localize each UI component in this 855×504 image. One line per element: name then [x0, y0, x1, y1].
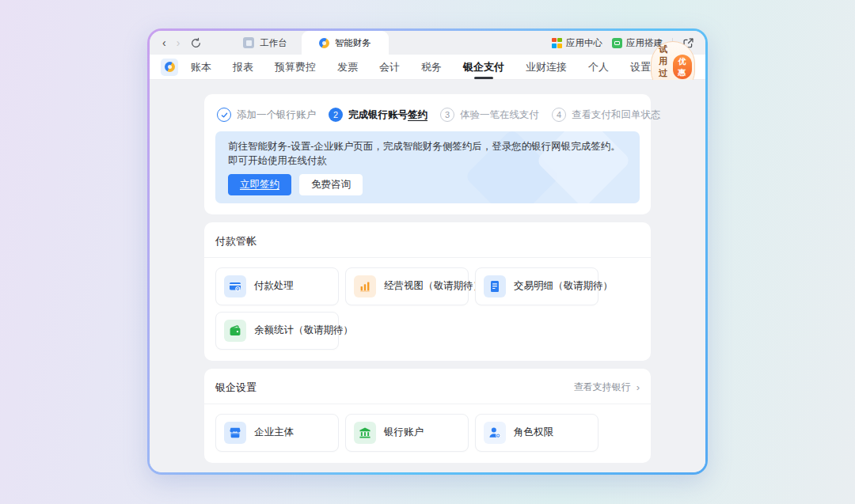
- payment-cards: 付款处理经营视图（敬请期待）交易明细（敬请期待）余额统计（敬请期待）: [204, 258, 651, 361]
- supported-banks-label: 查看支持银行: [574, 381, 631, 394]
- step-2: 2完成银行账号签约: [329, 108, 428, 122]
- step-4: 4查看支付和回单状态: [552, 108, 661, 122]
- bank-settings-section: 银企设置 查看支持银行 › 企业主体银行账户角色权限: [204, 369, 651, 463]
- smart-finance-icon: [319, 38, 329, 48]
- nav-item[interactable]: 发票: [337, 55, 358, 79]
- step-label: 查看支付和回单状态: [572, 108, 661, 122]
- card-label: 余额统计（敬请期待）: [254, 324, 353, 337]
- step-number: 4: [552, 108, 566, 122]
- step-label: 体验一笔在线支付: [460, 108, 539, 122]
- free-consult-button[interactable]: 免费咨询: [299, 174, 363, 195]
- card-document[interactable]: 交易明细（敬请期待）: [475, 267, 598, 305]
- tab-label: 工作台: [260, 37, 287, 49]
- document-icon: [484, 275, 506, 297]
- payment-section-header: 付款管帐: [204, 222, 651, 257]
- nav-item[interactable]: 预算费控: [275, 55, 316, 79]
- nav-item[interactable]: 账本: [191, 55, 211, 79]
- step-3: 3体验一笔在线支付: [440, 108, 539, 122]
- card-label: 交易明细（敬请期待）: [514, 279, 613, 293]
- payment-section: 付款管帐 付款处理经营视图（敬请期待）交易明细（敬请期待）余额统计（敬请期待）: [204, 222, 651, 361]
- discount-tag: 优惠: [673, 55, 692, 79]
- signing-notice: 前往智能财务-设置-企业账户页面，完成智能财务侧签约后，登录您的银行网银完成签约…: [215, 131, 640, 203]
- sign-now-label: 立即签约: [240, 179, 279, 190]
- app-center-label: 应用中心: [566, 37, 602, 49]
- card-bar-chart[interactable]: 经营视图（敬请期待）: [345, 267, 469, 305]
- card-user-plus[interactable]: 角色权限: [475, 414, 598, 452]
- section-title: 银企设置: [215, 381, 256, 395]
- app-navbar: 账本报表预算费控发票会计税务银企支付业财连接个人设置 试用过期 优惠: [150, 55, 705, 80]
- refresh-icon[interactable]: [190, 37, 202, 49]
- card-label: 经营视图（敬请期待）: [384, 279, 483, 293]
- card-label: 角色权限: [514, 426, 553, 439]
- tabs: 工作台 智能财务: [229, 31, 389, 55]
- step-number: 2: [329, 108, 343, 122]
- browser-tab-bar: ‹ › 工作台 智能财务: [150, 31, 705, 55]
- user-plus-icon: [484, 422, 506, 444]
- nav-menu: 账本报表预算费控发票会计税务银企支付业财连接个人设置: [191, 55, 651, 79]
- active-nav-underline: [474, 77, 493, 79]
- bank-settings-cards: 企业主体银行账户角色权限: [204, 404, 651, 463]
- workbench-icon: [243, 37, 254, 48]
- tab-label: 智能财务: [335, 37, 371, 49]
- window-inner: ‹ › 工作台 智能财务: [150, 31, 705, 472]
- wallet-icon: [224, 320, 246, 342]
- step-label: 完成银行账号签约: [348, 108, 428, 122]
- card-store[interactable]: 企业主体: [215, 414, 339, 452]
- notice-buttons: 立即签约 免费咨询: [228, 174, 627, 195]
- store-icon: [224, 422, 246, 444]
- step-check-icon: [217, 108, 231, 122]
- sign-now-button[interactable]: 立即签约: [228, 174, 291, 195]
- nav-item[interactable]: 银企支付: [463, 55, 504, 79]
- card-label: 付款处理: [254, 279, 294, 293]
- nav-item[interactable]: 业财连接: [526, 55, 567, 79]
- step-label: 添加一个银行账户: [237, 108, 316, 122]
- payment-card-icon: [224, 275, 246, 297]
- bank-icon: [354, 422, 376, 444]
- bank-settings-header: 银企设置 查看支持银行 ›: [204, 369, 651, 404]
- card-bank[interactable]: 银行账户: [345, 414, 469, 452]
- chevron-right-icon: ›: [636, 381, 640, 393]
- stepper: 添加一个银行账户2完成银行账号签约3体验一笔在线支付4查看支付和回单状态: [215, 106, 640, 122]
- nav-item[interactable]: 个人: [588, 55, 609, 79]
- supported-banks-link[interactable]: 查看支持银行 ›: [574, 381, 640, 394]
- notice-text: 前往智能财务-设置-企业账户页面，完成智能财务侧签约后，登录您的银行网银完成签约…: [228, 139, 627, 168]
- nav-item[interactable]: 会计: [379, 55, 400, 79]
- main-content: 添加一个银行账户2完成银行账号签约3体验一笔在线支付4查看支付和回单状态 前往智…: [150, 80, 705, 472]
- app-center-icon: [552, 38, 562, 48]
- app-logo-icon[interactable]: [161, 59, 178, 76]
- card-wallet[interactable]: 余额统计（敬请期待）: [215, 312, 339, 350]
- card-payment-card[interactable]: 付款处理: [215, 267, 339, 305]
- section-title: 付款管帐: [215, 234, 256, 248]
- browser-controls: ‹ ›: [150, 31, 211, 55]
- forward-icon[interactable]: ›: [177, 37, 180, 48]
- app-window: ‹ › 工作台 智能财务: [147, 28, 708, 475]
- nav-item[interactable]: 报表: [233, 55, 253, 79]
- step-number: 3: [440, 108, 454, 122]
- app-center-button[interactable]: 应用中心: [552, 37, 602, 49]
- app-build-icon: [612, 38, 622, 48]
- back-icon[interactable]: ‹: [162, 37, 166, 48]
- nav-item[interactable]: 税务: [421, 55, 442, 79]
- card-label: 企业主体: [254, 426, 294, 439]
- step-1: 添加一个银行账户: [217, 108, 316, 122]
- tab-workbench[interactable]: 工作台: [229, 31, 302, 55]
- tab-smart-finance[interactable]: 智能财务: [302, 31, 389, 55]
- bar-chart-icon: [354, 275, 376, 297]
- onboarding-panel: 添加一个银行账户2完成银行账号签约3体验一笔在线支付4查看支付和回单状态 前往智…: [204, 94, 651, 214]
- nav-item[interactable]: 设置: [630, 55, 651, 79]
- card-label: 银行账户: [384, 426, 424, 439]
